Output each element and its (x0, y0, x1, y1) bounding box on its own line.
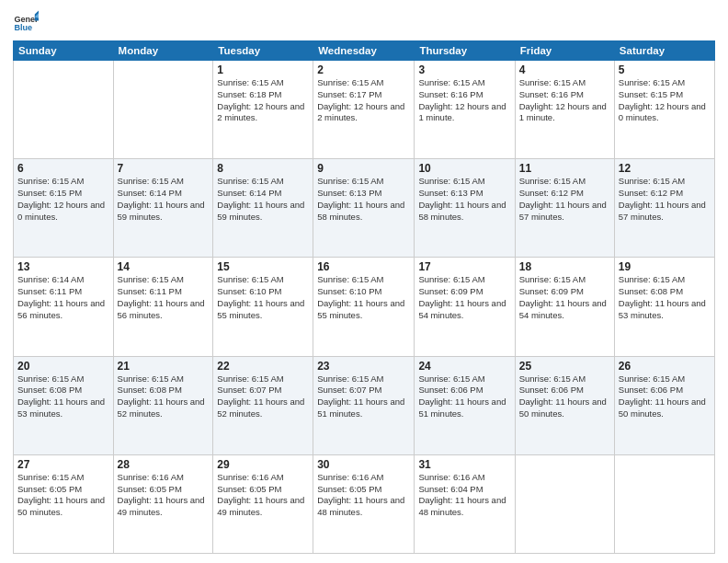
day-info: Sunrise: 6:15 AM Sunset: 6:05 PM Dayligh… (17, 472, 109, 519)
calendar-week-row: 6Sunrise: 6:15 AM Sunset: 6:15 PM Daylig… (14, 159, 715, 258)
day-number: 14 (118, 260, 210, 273)
day-number: 19 (619, 260, 711, 273)
day-info: Sunrise: 6:15 AM Sunset: 6:09 PM Dayligh… (418, 274, 510, 321)
day-info: Sunrise: 6:15 AM Sunset: 6:14 PM Dayligh… (217, 176, 309, 223)
calendar-cell: 21Sunrise: 6:15 AM Sunset: 6:08 PM Dayli… (113, 356, 213, 454)
day-info: Sunrise: 6:15 AM Sunset: 6:15 PM Dayligh… (619, 77, 711, 124)
day-info: Sunrise: 6:16 AM Sunset: 6:05 PM Dayligh… (317, 472, 410, 519)
day-info: Sunrise: 6:15 AM Sunset: 6:18 PM Dayligh… (217, 77, 309, 124)
day-header-tuesday: Tuesday (213, 41, 313, 61)
day-number: 1 (217, 63, 309, 76)
calendar-cell: 31Sunrise: 6:16 AM Sunset: 6:04 PM Dayli… (415, 454, 515, 553)
day-number: 24 (418, 360, 510, 373)
day-number: 18 (519, 260, 610, 273)
day-info: Sunrise: 6:15 AM Sunset: 6:16 PM Dayligh… (519, 77, 610, 124)
calendar-week-row: 1Sunrise: 6:15 AM Sunset: 6:18 PM Daylig… (14, 61, 715, 159)
calendar-cell: 28Sunrise: 6:16 AM Sunset: 6:05 PM Dayli… (113, 454, 213, 553)
day-info: Sunrise: 6:15 AM Sunset: 6:13 PM Dayligh… (317, 176, 410, 223)
calendar-header-row: SundayMondayTuesdayWednesdayThursdayFrid… (14, 41, 715, 61)
calendar-cell: 23Sunrise: 6:15 AM Sunset: 6:07 PM Dayli… (313, 356, 415, 454)
calendar-cell: 6Sunrise: 6:15 AM Sunset: 6:15 PM Daylig… (14, 159, 114, 258)
calendar-cell: 9Sunrise: 6:15 AM Sunset: 6:13 PM Daylig… (313, 159, 415, 258)
day-number: 30 (317, 458, 410, 471)
day-info: Sunrise: 6:15 AM Sunset: 6:07 PM Dayligh… (217, 373, 309, 420)
day-number: 22 (217, 360, 309, 373)
calendar-cell (113, 61, 213, 159)
calendar-table: SundayMondayTuesdayWednesdayThursdayFrid… (13, 40, 715, 554)
day-info: Sunrise: 6:15 AM Sunset: 6:16 PM Dayligh… (418, 77, 510, 124)
calendar-cell: 19Sunrise: 6:15 AM Sunset: 6:08 PM Dayli… (614, 258, 714, 356)
day-number: 23 (317, 360, 410, 373)
day-header-friday: Friday (515, 41, 614, 61)
day-info: Sunrise: 6:15 AM Sunset: 6:11 PM Dayligh… (118, 274, 210, 321)
day-info: Sunrise: 6:15 AM Sunset: 6:06 PM Dayligh… (418, 373, 510, 420)
calendar-cell: 20Sunrise: 6:15 AM Sunset: 6:08 PM Dayli… (14, 356, 114, 454)
day-info: Sunrise: 6:15 AM Sunset: 6:06 PM Dayligh… (519, 373, 610, 420)
calendar-cell: 10Sunrise: 6:15 AM Sunset: 6:13 PM Dayli… (415, 159, 515, 258)
day-info: Sunrise: 6:15 AM Sunset: 6:06 PM Dayligh… (619, 373, 711, 420)
day-info: Sunrise: 6:16 AM Sunset: 6:05 PM Dayligh… (118, 472, 210, 519)
day-number: 8 (217, 162, 309, 175)
day-info: Sunrise: 6:15 AM Sunset: 6:07 PM Dayligh… (317, 373, 410, 420)
header: General Blue (13, 9, 715, 35)
calendar-cell: 24Sunrise: 6:15 AM Sunset: 6:06 PM Dayli… (415, 356, 515, 454)
day-number: 16 (317, 260, 410, 273)
calendar-cell: 4Sunrise: 6:15 AM Sunset: 6:16 PM Daylig… (515, 61, 614, 159)
calendar-cell: 26Sunrise: 6:15 AM Sunset: 6:06 PM Dayli… (614, 356, 714, 454)
calendar-cell: 1Sunrise: 6:15 AM Sunset: 6:18 PM Daylig… (213, 61, 313, 159)
calendar-cell: 7Sunrise: 6:15 AM Sunset: 6:14 PM Daylig… (113, 159, 213, 258)
day-info: Sunrise: 6:15 AM Sunset: 6:09 PM Dayligh… (519, 274, 610, 321)
day-number: 9 (317, 162, 410, 175)
day-number: 10 (418, 162, 510, 175)
day-header-sunday: Sunday (14, 41, 114, 61)
day-info: Sunrise: 6:14 AM Sunset: 6:11 PM Dayligh… (17, 274, 109, 321)
calendar-cell: 13Sunrise: 6:14 AM Sunset: 6:11 PM Dayli… (14, 258, 114, 356)
day-info: Sunrise: 6:15 AM Sunset: 6:15 PM Dayligh… (17, 176, 109, 223)
day-number: 26 (619, 360, 711, 373)
day-number: 7 (118, 162, 210, 175)
logo: General Blue (13, 9, 39, 35)
calendar-cell: 25Sunrise: 6:15 AM Sunset: 6:06 PM Dayli… (515, 356, 614, 454)
day-header-monday: Monday (113, 41, 213, 61)
day-info: Sunrise: 6:15 AM Sunset: 6:08 PM Dayligh… (118, 373, 210, 420)
calendar-week-row: 20Sunrise: 6:15 AM Sunset: 6:08 PM Dayli… (14, 356, 715, 454)
calendar-cell: 5Sunrise: 6:15 AM Sunset: 6:15 PM Daylig… (614, 61, 714, 159)
calendar-cell: 3Sunrise: 6:15 AM Sunset: 6:16 PM Daylig… (415, 61, 515, 159)
calendar-cell: 12Sunrise: 6:15 AM Sunset: 6:12 PM Dayli… (614, 159, 714, 258)
day-number: 20 (17, 360, 109, 373)
day-number: 21 (118, 360, 210, 373)
calendar-cell: 14Sunrise: 6:15 AM Sunset: 6:11 PM Dayli… (113, 258, 213, 356)
day-info: Sunrise: 6:15 AM Sunset: 6:12 PM Dayligh… (519, 176, 610, 223)
calendar-cell: 22Sunrise: 6:15 AM Sunset: 6:07 PM Dayli… (213, 356, 313, 454)
day-info: Sunrise: 6:15 AM Sunset: 6:08 PM Dayligh… (619, 274, 711, 321)
day-header-thursday: Thursday (415, 41, 515, 61)
day-info: Sunrise: 6:15 AM Sunset: 6:12 PM Dayligh… (619, 176, 711, 223)
calendar-week-row: 27Sunrise: 6:15 AM Sunset: 6:05 PM Dayli… (14, 454, 715, 553)
day-info: Sunrise: 6:15 AM Sunset: 6:13 PM Dayligh… (418, 176, 510, 223)
day-number: 15 (217, 260, 309, 273)
day-header-saturday: Saturday (614, 41, 714, 61)
calendar-cell: 27Sunrise: 6:15 AM Sunset: 6:05 PM Dayli… (14, 454, 114, 553)
day-number: 12 (619, 162, 711, 175)
day-info: Sunrise: 6:16 AM Sunset: 6:05 PM Dayligh… (217, 472, 309, 519)
day-number: 27 (17, 458, 109, 471)
calendar-cell: 11Sunrise: 6:15 AM Sunset: 6:12 PM Dayli… (515, 159, 614, 258)
day-number: 3 (418, 63, 510, 76)
day-info: Sunrise: 6:15 AM Sunset: 6:17 PM Dayligh… (317, 77, 410, 124)
calendar-cell: 16Sunrise: 6:15 AM Sunset: 6:10 PM Dayli… (313, 258, 415, 356)
calendar-cell: 17Sunrise: 6:15 AM Sunset: 6:09 PM Dayli… (415, 258, 515, 356)
day-number: 25 (519, 360, 610, 373)
day-number: 31 (418, 458, 510, 471)
svg-text:Blue: Blue (14, 23, 32, 32)
calendar-cell: 29Sunrise: 6:16 AM Sunset: 6:05 PM Dayli… (213, 454, 313, 553)
day-number: 11 (519, 162, 610, 175)
day-info: Sunrise: 6:16 AM Sunset: 6:04 PM Dayligh… (418, 472, 510, 519)
day-info: Sunrise: 6:15 AM Sunset: 6:08 PM Dayligh… (17, 373, 109, 420)
day-number: 29 (217, 458, 309, 471)
day-info: Sunrise: 6:15 AM Sunset: 6:10 PM Dayligh… (217, 274, 309, 321)
calendar-week-row: 13Sunrise: 6:14 AM Sunset: 6:11 PM Dayli… (14, 258, 715, 356)
day-number: 13 (17, 260, 109, 273)
day-number: 28 (118, 458, 210, 471)
day-number: 4 (519, 63, 610, 76)
calendar-cell: 30Sunrise: 6:16 AM Sunset: 6:05 PM Dayli… (313, 454, 415, 553)
